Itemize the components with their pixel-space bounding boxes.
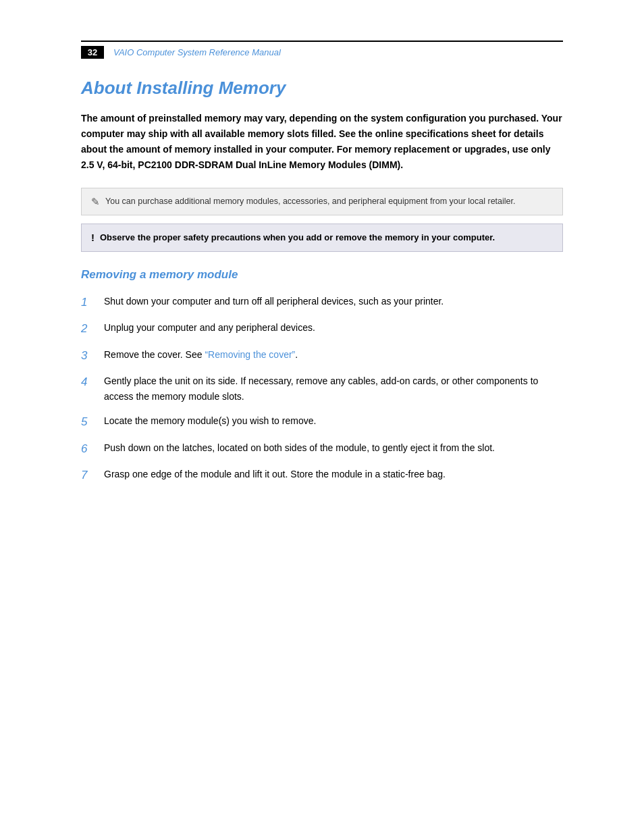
note-icon: ✎	[91, 196, 100, 208]
header-title: VAIO Computer System Reference Manual	[113, 47, 281, 57]
note-box: ✎ You can purchase additional memory mod…	[81, 188, 563, 215]
step-number: 1	[81, 294, 93, 311]
warning-icon: !	[91, 232, 95, 243]
step-number: 3	[81, 347, 93, 365]
removing-cover-link[interactable]: “Removing the cover”	[205, 349, 295, 360]
warning-text: Observe the proper safety precautions wh…	[100, 231, 495, 244]
step-item: 2Unplug your computer and any peripheral…	[81, 320, 563, 338]
step-item: 1Shut down your computer and turn off al…	[81, 294, 563, 311]
step-number: 4	[81, 373, 93, 391]
step-text: Shut down your computer and turn off all…	[104, 294, 444, 309]
step-number: 2	[81, 320, 93, 338]
step-number: 7	[81, 467, 93, 484]
step-text: Unplug your computer and any peripheral …	[104, 320, 315, 335]
step-number: 6	[81, 440, 93, 458]
step-item: 6Push down on the latches, located on bo…	[81, 440, 563, 458]
step-item: 3Remove the cover. See “Removing the cov…	[81, 347, 563, 365]
step-text: Gently place the unit on its side. If ne…	[104, 373, 563, 404]
step-text: Locate the memory module(s) you wish to …	[104, 413, 316, 428]
step-item: 4Gently place the unit on its side. If n…	[81, 373, 563, 404]
note-text: You can purchase additional memory modul…	[105, 195, 516, 208]
step-text: Push down on the latches, located on bot…	[104, 440, 495, 455]
page-number: 32	[81, 46, 104, 59]
step-item: 7Grasp one edge of the module and lift i…	[81, 467, 563, 484]
step-text: Remove the cover. See “Removing the cove…	[104, 347, 298, 362]
subsection-title: Removing a memory module	[81, 268, 563, 282]
page-container: 32 VAIO Computer System Reference Manual…	[0, 0, 644, 834]
steps-list: 1Shut down your computer and turn off al…	[81, 294, 563, 484]
step-item: 5Locate the memory module(s) you wish to…	[81, 413, 563, 431]
step-number: 5	[81, 413, 93, 431]
section-title: About Installing Memory	[81, 78, 563, 99]
step-text: Grasp one edge of the module and lift it…	[104, 467, 446, 481]
header-bar: 32 VAIO Computer System Reference Manual	[81, 41, 563, 59]
warning-box: ! Observe the proper safety precautions …	[81, 224, 563, 252]
intro-paragraph: The amount of preinstalled memory may va…	[81, 111, 563, 173]
